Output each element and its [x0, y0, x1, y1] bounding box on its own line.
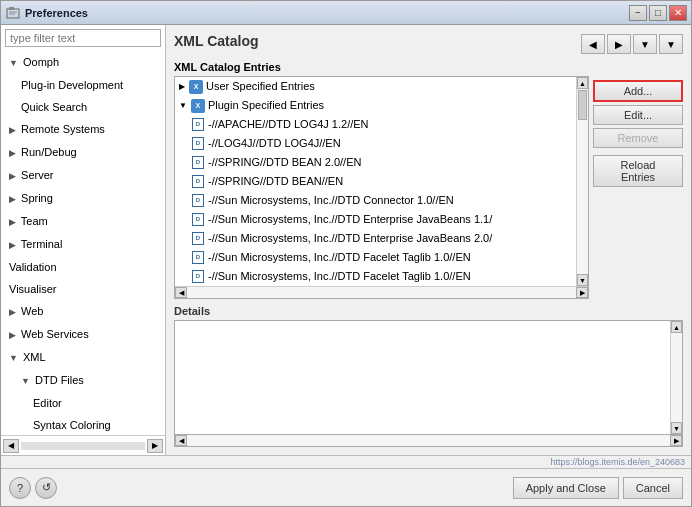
- expand-arrow: ▼: [9, 349, 18, 367]
- sidebar-item-dtd-files[interactable]: ▼ DTD Files: [1, 369, 165, 392]
- dtd-doc-icon: D: [191, 175, 205, 189]
- add-button[interactable]: Add...: [593, 80, 683, 102]
- window-icon: [5, 5, 21, 21]
- cancel-button[interactable]: Cancel: [623, 477, 683, 499]
- vscroll-down-button[interactable]: ▼: [577, 274, 588, 286]
- sidebar-item-plugin-dev[interactable]: Plug-in Development: [1, 74, 165, 96]
- details-vscroll-up[interactable]: ▲: [671, 321, 682, 333]
- sidebar-tree: ▼ Oomph Plug-in Development Quick Search…: [1, 51, 165, 435]
- apply-close-button[interactable]: Apply and Close: [513, 477, 619, 499]
- bottom-area: https://blogs.itemis.de/en_240683 ? ↺ Ap…: [1, 455, 691, 506]
- expand-arrow: ▼: [21, 372, 30, 390]
- sidebar-item-label: Validation: [9, 261, 57, 273]
- xml-catalog-icon: X: [191, 99, 205, 113]
- content-area: ▼ Oomph Plug-in Development Quick Search…: [1, 25, 691, 455]
- help-button[interactable]: ?: [9, 477, 31, 499]
- catalog-item[interactable]: ▶ X User Specified Entries: [175, 77, 576, 96]
- catalog-item[interactable]: D -//Sun Microsystems, Inc.//DTD Enterpr…: [175, 210, 576, 229]
- expand-arrow: ▶: [9, 303, 16, 321]
- catalog-item[interactable]: D -//LOG4J//DTD LOG4J//EN: [175, 134, 576, 153]
- sidebar-item-web[interactable]: ▶ Web: [1, 300, 165, 323]
- restore-defaults-button[interactable]: ↺: [35, 477, 57, 499]
- catalog-entry-label: -//SPRING//DTD BEAN//EN: [208, 173, 343, 190]
- catalog-item[interactable]: D -//APACHE//DTD LOG4J 1.2//EN: [175, 115, 576, 134]
- catalog-item[interactable]: D -//Sun Microsystems, Inc.//DTD Connect…: [175, 191, 576, 210]
- svg-rect-1: [9, 7, 14, 10]
- sidebar-item-visualiser[interactable]: Visualiser: [1, 278, 165, 300]
- catalog-entries-list[interactable]: ▶ X User Specified Entries ▼ X: [175, 77, 576, 286]
- sidebar-item-spring[interactable]: ▶ Spring: [1, 187, 165, 210]
- sidebar-item-team[interactable]: ▶ Team: [1, 210, 165, 233]
- panel-title: XML Catalog: [174, 33, 259, 49]
- catalog-entry-label: -//APACHE//DTD LOG4J 1.2//EN: [208, 116, 369, 133]
- sidebar-item-label: Team: [21, 215, 48, 227]
- preferences-window: Preferences − □ ✕ ▼ Oomph Plug-in Develo…: [0, 0, 692, 507]
- sidebar-item-syntax-coloring[interactable]: Syntax Coloring: [1, 414, 165, 435]
- edit-button[interactable]: Edit...: [593, 105, 683, 125]
- sidebar-item-remote-systems[interactable]: ▶ Remote Systems: [1, 118, 165, 141]
- forward-button[interactable]: ▶: [607, 34, 631, 54]
- expand-arrow: ▶: [179, 78, 185, 95]
- catalog-item[interactable]: D -//SPRING//DTD BEAN//EN: [175, 172, 576, 191]
- details-vscroll-down[interactable]: ▼: [671, 422, 682, 434]
- filter-input[interactable]: [5, 29, 161, 47]
- scroll-left-button[interactable]: ◀: [3, 439, 19, 453]
- vscroll-up-button[interactable]: ▲: [577, 77, 588, 89]
- title-bar: Preferences − □ ✕: [1, 1, 691, 25]
- sidebar-item-label: XML: [23, 351, 46, 363]
- sidebar-item-run-debug[interactable]: ▶ Run/Debug: [1, 141, 165, 164]
- expand-arrow: ▼: [179, 97, 187, 114]
- catalog-item[interactable]: D -//Sun Microsystems, Inc.//DTD Enterpr…: [175, 229, 576, 248]
- catalog-entry-label: -//Sun Microsystems, Inc.//DTD Enterpris…: [208, 230, 492, 247]
- hscroll-left-button[interactable]: ◀: [175, 287, 187, 298]
- details-label: Details: [174, 305, 683, 317]
- sidebar-item-validation[interactable]: Validation: [1, 256, 165, 278]
- sidebar-item-server[interactable]: ▶ Server: [1, 164, 165, 187]
- catalog-entry-label: -//Sun Microsystems, Inc.//DTD Enterpris…: [208, 211, 492, 228]
- details-hscroll-left[interactable]: ◀: [175, 435, 187, 446]
- sidebar-item-xml[interactable]: ▼ XML: [1, 346, 165, 369]
- vscroll-thumb[interactable]: [578, 90, 587, 120]
- expand-arrow: ▶: [9, 144, 16, 162]
- sidebar-item-label: Oomph: [23, 56, 59, 68]
- hscroll-right-button[interactable]: ▶: [576, 287, 588, 298]
- hscroll-bar: ◀ ▶: [175, 286, 588, 298]
- window-controls: − □ ✕: [629, 5, 687, 21]
- catalog-item[interactable]: D -//Sun Microsystems, Inc.//DTD Facelet…: [175, 267, 576, 286]
- sidebar-item-label: Terminal: [21, 238, 63, 250]
- catalog-item[interactable]: ▼ X Plugin Specified Entries: [175, 96, 576, 115]
- catalog-item[interactable]: D -//SPRING//DTD BEAN 2.0//EN: [175, 153, 576, 172]
- dtd-doc-icon: D: [191, 137, 205, 151]
- maximize-button[interactable]: □: [649, 5, 667, 21]
- catalog-entry-label: -//SPRING//DTD BEAN 2.0//EN: [208, 154, 361, 171]
- close-button[interactable]: ✕: [669, 5, 687, 21]
- minimize-button[interactable]: −: [629, 5, 647, 21]
- details-hscroll-track: [187, 435, 670, 446]
- scroll-right-button[interactable]: ▶: [147, 439, 163, 453]
- sidebar-item-label: Quick Search: [21, 101, 87, 113]
- catalog-entry-label: -//LOG4J//DTD LOG4J//EN: [208, 135, 341, 152]
- url-bar: https://blogs.itemis.de/en_240683: [1, 456, 691, 468]
- expand-arrow: ▶: [9, 213, 16, 231]
- details-hscroll-right[interactable]: ▶: [670, 435, 682, 446]
- bottom-bar: ? ↺ Apply and Close Cancel: [1, 468, 691, 506]
- sidebar-item-quick-search[interactable]: Quick Search: [1, 96, 165, 118]
- sidebar-item-terminal[interactable]: ▶ Terminal: [1, 233, 165, 256]
- catalog-section-label: XML Catalog Entries: [174, 61, 683, 73]
- sidebar-item-label: Web Services: [21, 328, 89, 340]
- down-button[interactable]: ▼: [633, 34, 657, 54]
- sidebar-item-label: Run/Debug: [21, 146, 77, 158]
- details-section: Details ▲ ▼ ◀ ▶: [174, 305, 683, 447]
- remove-button[interactable]: Remove: [593, 128, 683, 148]
- window-title: Preferences: [25, 7, 629, 19]
- menu-button[interactable]: ▼: [659, 34, 683, 54]
- bottom-left-buttons: ? ↺: [9, 477, 57, 499]
- back-button[interactable]: ◀: [581, 34, 605, 54]
- reload-entries-button[interactable]: Reload Entries: [593, 155, 683, 187]
- sidebar-item-oomph[interactable]: ▼ Oomph: [1, 51, 165, 74]
- sidebar-item-editor[interactable]: Editor: [1, 392, 165, 414]
- sidebar-item-web-services[interactable]: ▶ Web Services: [1, 323, 165, 346]
- catalog-item[interactable]: D -//Sun Microsystems, Inc.//DTD Facelet…: [175, 248, 576, 267]
- expand-arrow: ▶: [9, 190, 16, 208]
- details-vscroll-track: [671, 333, 682, 422]
